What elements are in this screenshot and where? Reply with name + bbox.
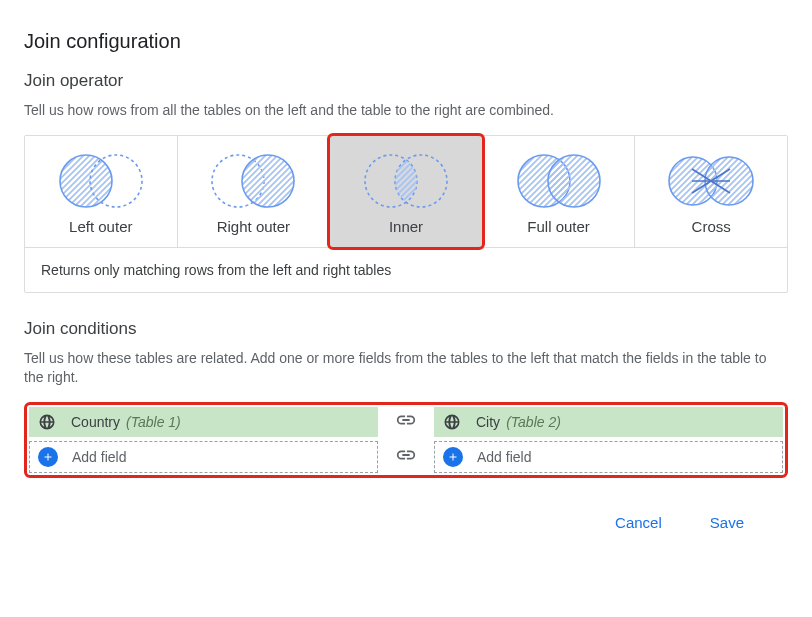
globe-icon — [37, 412, 57, 432]
operator-option-right-outer[interactable]: Right outer — [178, 136, 331, 247]
right-field-source: (Table 2) — [506, 414, 561, 430]
plus-icon — [38, 447, 58, 467]
operator-label: Cross — [641, 218, 781, 235]
save-button[interactable]: Save — [700, 506, 754, 539]
add-left-field-button[interactable]: Add field — [30, 442, 377, 472]
right-field-pill[interactable]: City (Table 2) — [434, 407, 783, 437]
conditions-panel: Country (Table 1) City (Table — [24, 402, 788, 478]
add-field-label: Add field — [72, 449, 126, 465]
operator-option-full-outer[interactable]: Full outer — [483, 136, 636, 247]
venn-full-outer-icon — [489, 150, 629, 212]
link-icon — [395, 444, 417, 470]
operator-selected-description: Returns only matching rows from the left… — [25, 247, 787, 292]
left-field-pill[interactable]: Country (Table 1) — [29, 407, 378, 437]
venn-right-outer-icon — [184, 150, 324, 212]
link-icon — [395, 409, 417, 435]
svg-point-9 — [548, 155, 600, 207]
dialog-title: Join configuration — [24, 30, 788, 53]
operator-label: Inner — [336, 218, 476, 235]
operator-label: Full outer — [489, 218, 629, 235]
svg-point-0 — [60, 155, 112, 207]
operator-description: Tell us how rows from all the tables on … — [24, 101, 788, 121]
conditions-heading: Join conditions — [24, 319, 788, 339]
plus-icon — [443, 447, 463, 467]
operator-panel: Left outer Right outer — [24, 135, 788, 293]
cancel-button[interactable]: Cancel — [605, 506, 672, 539]
add-field-label: Add field — [477, 449, 531, 465]
venn-cross-icon — [641, 150, 781, 212]
left-field-name: Country — [71, 414, 120, 430]
operator-label: Left outer — [31, 218, 171, 235]
left-field-source: (Table 1) — [126, 414, 181, 430]
operator-label: Right outer — [184, 218, 324, 235]
conditions-description: Tell us how these tables are related. Ad… — [24, 349, 788, 388]
operator-heading: Join operator — [24, 71, 788, 91]
operator-option-cross[interactable]: Cross — [635, 136, 787, 247]
right-field-name: City — [476, 414, 500, 430]
add-right-field-button[interactable]: Add field — [435, 442, 782, 472]
globe-icon — [442, 412, 462, 432]
svg-point-3 — [242, 155, 294, 207]
venn-inner-icon — [336, 150, 476, 212]
operator-option-left-outer[interactable]: Left outer — [25, 136, 178, 247]
venn-left-outer-icon — [31, 150, 171, 212]
operator-option-inner[interactable]: Inner — [330, 136, 483, 247]
